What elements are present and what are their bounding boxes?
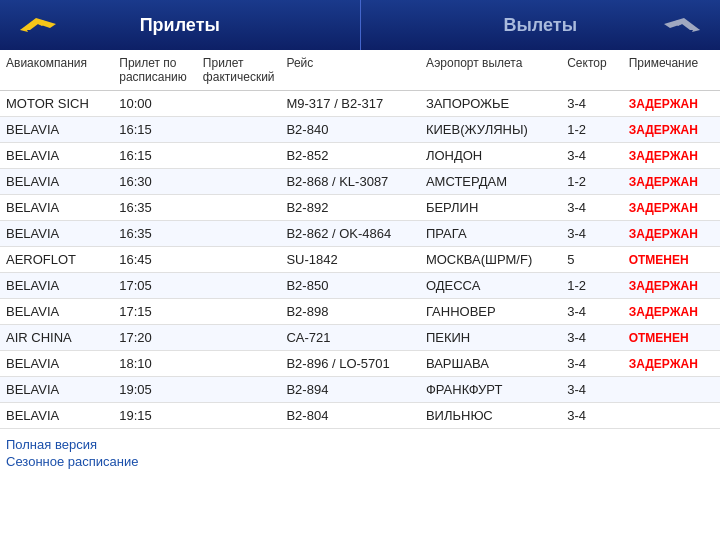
cell-flight: В2-892 (280, 195, 419, 221)
table-row: AEROFLOT16:45SU-1842МОСКВА(ШРМ/F)5ОТМЕНЕ… (0, 247, 720, 273)
cell-airport: АМСТЕРДАМ (420, 169, 561, 195)
table-row: AIR CHINA17:20CA-721ПЕКИН3-4ОТМЕНЕН (0, 325, 720, 351)
cell-actual (197, 247, 281, 273)
departures-plane-icon (662, 10, 702, 41)
departures-tab[interactable]: Вылеты (361, 0, 721, 50)
table-row: BELAVIA16:35В2-892БЕРЛИН3-4ЗАДЕРЖАН (0, 195, 720, 221)
table-row: BELAVIA19:15В2-804ВИЛЬНЮС3-4 (0, 403, 720, 429)
departures-title: Вылеты (503, 15, 577, 36)
col-flight: Рейс (280, 50, 419, 91)
cell-airline: BELAVIA (0, 169, 113, 195)
col-scheduled: Прилет по расписанию (113, 50, 197, 91)
cell-airline: BELAVIA (0, 403, 113, 429)
table-row: BELAVIA16:15В2-840КИЕВ(ЖУЛЯНЫ)1-2ЗАДЕРЖА… (0, 117, 720, 143)
cell-flight: В2-840 (280, 117, 419, 143)
table-header-row: Авиакомпания Прилет по расписанию Прилет… (0, 50, 720, 91)
cell-flight: В2-898 (280, 299, 419, 325)
flights-table: Авиакомпания Прилет по расписанию Прилет… (0, 50, 720, 429)
cell-flight: SU-1842 (280, 247, 419, 273)
cell-airport: ПРАГА (420, 221, 561, 247)
cell-flight: CA-721 (280, 325, 419, 351)
cell-sector: 1-2 (561, 117, 622, 143)
col-airline: Авиакомпания (0, 50, 113, 91)
col-note: Примечание (623, 50, 720, 91)
cell-sector: 3-4 (561, 351, 622, 377)
cell-scheduled: 16:45 (113, 247, 197, 273)
arrivals-tab[interactable]: Прилеты (0, 0, 361, 50)
cell-flight: В2-862 / OK-4864 (280, 221, 419, 247)
col-sector: Сектор (561, 50, 622, 91)
col-actual: Прилет фактический (197, 50, 281, 91)
cell-flight: М9-317 / В2-317 (280, 91, 419, 117)
col-airport: Аэропорт вылета (420, 50, 561, 91)
table-row: MOTOR SICH10:00М9-317 / В2-317ЗАПОРОЖЬЕ3… (0, 91, 720, 117)
cell-airline: BELAVIA (0, 117, 113, 143)
cell-scheduled: 16:15 (113, 143, 197, 169)
table-row: BELAVIA16:35В2-862 / OK-4864ПРАГА3-4ЗАДЕ… (0, 221, 720, 247)
cell-actual (197, 143, 281, 169)
cell-status: ОТМЕНЕН (623, 325, 720, 351)
seasonal-schedule-link[interactable]: Сезонное расписание (6, 454, 714, 469)
cell-flight: В2-852 (280, 143, 419, 169)
flights-table-container: Авиакомпания Прилет по расписанию Прилет… (0, 50, 720, 429)
cell-sector: 1-2 (561, 273, 622, 299)
cell-sector: 3-4 (561, 143, 622, 169)
cell-flight: В2-896 / LO-5701 (280, 351, 419, 377)
cell-scheduled: 16:35 (113, 195, 197, 221)
cell-status: ЗАДЕРЖАН (623, 91, 720, 117)
cell-airline: BELAVIA (0, 377, 113, 403)
cell-actual (197, 299, 281, 325)
cell-scheduled: 17:20 (113, 325, 197, 351)
arrivals-title: Прилеты (140, 15, 220, 36)
cell-airline: BELAVIA (0, 273, 113, 299)
cell-airline: BELAVIA (0, 195, 113, 221)
cell-status: ЗАДЕРЖАН (623, 299, 720, 325)
cell-sector: 3-4 (561, 221, 622, 247)
table-row: BELAVIA19:05В2-894ФРАНКФУРТ3-4 (0, 377, 720, 403)
cell-actual (197, 169, 281, 195)
cell-airline: BELAVIA (0, 221, 113, 247)
cell-airline: MOTOR SICH (0, 91, 113, 117)
cell-status (623, 377, 720, 403)
cell-sector: 3-4 (561, 299, 622, 325)
header: Прилеты Вылеты (0, 0, 720, 50)
cell-airport: КИЕВ(ЖУЛЯНЫ) (420, 117, 561, 143)
cell-status: ЗАДЕРЖАН (623, 143, 720, 169)
cell-scheduled: 19:15 (113, 403, 197, 429)
cell-scheduled: 16:15 (113, 117, 197, 143)
cell-airport: ВИЛЬНЮС (420, 403, 561, 429)
cell-scheduled: 16:30 (113, 169, 197, 195)
cell-status: ЗАДЕРЖАН (623, 273, 720, 299)
cell-airport: ФРАНКФУРТ (420, 377, 561, 403)
cell-actual (197, 351, 281, 377)
cell-scheduled: 17:05 (113, 273, 197, 299)
cell-airline: BELAVIA (0, 351, 113, 377)
cell-actual (197, 117, 281, 143)
cell-airport: ВАРШАВА (420, 351, 561, 377)
cell-airline: BELAVIA (0, 299, 113, 325)
cell-scheduled: 19:05 (113, 377, 197, 403)
cell-actual (197, 377, 281, 403)
footer: Полная версия Сезонное расписание (0, 429, 720, 479)
cell-status: ОТМЕНЕН (623, 247, 720, 273)
cell-flight: В2-868 / KL-3087 (280, 169, 419, 195)
cell-status (623, 403, 720, 429)
cell-sector: 3-4 (561, 377, 622, 403)
cell-status: ЗАДЕРЖАН (623, 221, 720, 247)
full-version-link[interactable]: Полная версия (6, 437, 714, 452)
cell-actual (197, 273, 281, 299)
cell-airport: ПЕКИН (420, 325, 561, 351)
cell-sector: 3-4 (561, 325, 622, 351)
cell-airport: ОДЕССА (420, 273, 561, 299)
cell-scheduled: 18:10 (113, 351, 197, 377)
cell-actual (197, 221, 281, 247)
cell-airline: AEROFLOT (0, 247, 113, 273)
arrivals-plane-icon (18, 10, 58, 41)
cell-sector: 5 (561, 247, 622, 273)
cell-airline: BELAVIA (0, 143, 113, 169)
table-row: BELAVIA16:30В2-868 / KL-3087АМСТЕРДАМ1-2… (0, 169, 720, 195)
cell-scheduled: 17:15 (113, 299, 197, 325)
table-row: BELAVIA18:10В2-896 / LO-5701ВАРШАВА3-4ЗА… (0, 351, 720, 377)
cell-airline: AIR CHINA (0, 325, 113, 351)
cell-flight: В2-850 (280, 273, 419, 299)
